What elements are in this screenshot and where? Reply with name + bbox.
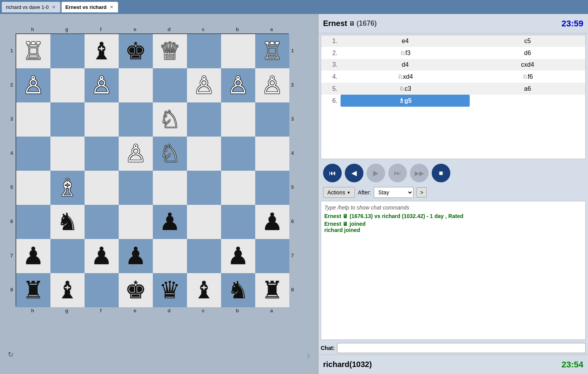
cell-d1[interactable]: ♕	[153, 34, 187, 68]
coord-top-d: d	[152, 26, 186, 32]
after-go-button[interactable]: >	[417, 187, 427, 197]
cell-c5[interactable]	[187, 171, 221, 205]
cell-c7[interactable]	[187, 239, 221, 273]
stop-button[interactable]: ■	[432, 164, 450, 182]
cell-g7[interactable]	[50, 239, 85, 273]
move-white-3[interactable]: d4	[341, 59, 470, 71]
cell-f2[interactable]: ♙	[85, 68, 119, 102]
cell-b2[interactable]: ♙	[221, 68, 255, 102]
cell-e4[interactable]: ♙	[119, 137, 153, 171]
move-white-2[interactable]: ♘f3	[341, 47, 470, 59]
cell-h5[interactable]	[16, 171, 50, 205]
cell-b7[interactable]: ♟	[221, 239, 255, 273]
prev-move-button[interactable]: ◀	[345, 164, 363, 182]
cell-a5[interactable]	[255, 171, 289, 205]
refresh-icon[interactable]: ↻	[8, 350, 14, 359]
cell-h7[interactable]: ♟	[16, 239, 50, 273]
move-black-3[interactable]: cxd4	[470, 59, 585, 71]
cell-c4[interactable]	[187, 137, 221, 171]
first-move-button[interactable]: ⏮	[323, 164, 342, 182]
cell-d5[interactable]	[153, 171, 187, 205]
chat-area: Type /help to show chat commands Ernest …	[321, 201, 586, 340]
move-black-4[interactable]: ♘f6	[470, 71, 585, 83]
tab-close-1[interactable]: ✕	[51, 5, 56, 10]
coord-left-8: 8	[10, 272, 13, 306]
cell-e7[interactable]: ♟	[119, 239, 153, 273]
cell-a8[interactable]: ♜	[255, 273, 289, 307]
cell-b8[interactable]: ♞	[221, 273, 255, 307]
cell-c2[interactable]: ♙	[187, 68, 221, 102]
play-button[interactable]: ▶▶	[410, 164, 429, 182]
cell-h2[interactable]: ♙	[16, 68, 50, 102]
cell-b6[interactable]	[221, 205, 255, 239]
cell-f7[interactable]: ♟	[85, 239, 119, 273]
last-move-button[interactable]: ⏭	[388, 164, 407, 182]
move-black-5[interactable]: a6	[470, 83, 585, 95]
cell-d3[interactable]: ♘	[153, 102, 187, 137]
cell-f5[interactable]	[85, 171, 119, 205]
cell-f8[interactable]	[85, 273, 119, 307]
next-move-button[interactable]: ▶	[367, 164, 385, 182]
cell-h1[interactable]: ♖	[16, 34, 50, 68]
cell-e2[interactable]	[119, 68, 153, 102]
cell-g4[interactable]	[50, 137, 85, 171]
cell-h3[interactable]	[16, 102, 50, 137]
move-black-2[interactable]: d6	[470, 47, 585, 59]
cell-g3[interactable]	[50, 102, 85, 137]
cell-c6[interactable]	[187, 205, 221, 239]
cell-e1[interactable]: ♚	[119, 34, 153, 68]
cell-d8[interactable]: ♛	[153, 273, 187, 307]
cell-e8[interactable]: ♚	[119, 273, 153, 307]
cell-f6[interactable]	[85, 205, 119, 239]
cell-b1[interactable]	[221, 34, 255, 68]
cell-g6[interactable]: ♞	[50, 205, 85, 239]
cell-g8[interactable]: ♝	[50, 273, 85, 307]
actions-button[interactable]: Actions ▼	[323, 187, 355, 198]
cell-c3[interactable]	[187, 102, 221, 137]
cell-h6[interactable]	[16, 205, 50, 239]
tab-ernest-richard[interactable]: Ernest vs richard ✕	[61, 2, 118, 12]
coord-bottom-c: c	[186, 308, 220, 313]
cell-d7[interactable]	[153, 239, 187, 273]
move-white-1[interactable]: e4	[341, 35, 470, 47]
cell-e3[interactable]	[119, 102, 153, 137]
piece-g5: ♗	[57, 176, 78, 200]
cell-a3[interactable]	[255, 102, 289, 137]
cell-e6[interactable]	[119, 205, 153, 239]
cell-d6[interactable]: ♟	[153, 205, 187, 239]
cell-a1[interactable]: ♖	[255, 34, 289, 68]
cell-a7[interactable]	[255, 239, 289, 273]
cell-c8[interactable]: ♝	[187, 273, 221, 307]
actions-label: Actions	[327, 189, 345, 196]
tab-richard-dave[interactable]: richard vs dave 1-0 ✕	[2, 2, 61, 12]
cell-f1[interactable]: ♝	[85, 34, 119, 68]
cell-g1[interactable]	[50, 34, 85, 68]
coord-right: 1 2 3 4 5 6 7 8	[289, 33, 296, 306]
move-white-5[interactable]: ♘c3	[341, 83, 470, 95]
chat-input[interactable]	[337, 343, 586, 353]
cell-h4[interactable]	[16, 137, 50, 171]
cell-a2[interactable]: ♙	[255, 68, 289, 102]
cell-d2[interactable]	[153, 68, 187, 102]
playback-controls: ⏮ ◀ ▶ ⏭ ▶▶ ■	[318, 161, 588, 185]
cell-g2[interactable]	[50, 68, 85, 102]
cell-b5[interactable]	[221, 171, 255, 205]
after-select[interactable]: Stay Next game Wait	[374, 187, 413, 198]
chess-board[interactable]: ♖♝♚♕♖♙♙♙♙♙♘♙♘♗♞♟♟♟♟♟♟♜♝♚♛♝♞♜	[16, 33, 289, 306]
move-white-4[interactable]: ♘xd4	[341, 71, 470, 83]
cell-f3[interactable]	[85, 102, 119, 137]
cell-h8[interactable]: ♜	[16, 273, 50, 307]
move-white-6[interactable]: ♗g5	[341, 95, 470, 107]
tab-close-2[interactable]: ✕	[109, 5, 114, 10]
cell-b4[interactable]	[221, 137, 255, 171]
cell-a4[interactable]	[255, 137, 289, 171]
move-black-1[interactable]: c5	[470, 35, 585, 47]
cell-g5[interactable]: ♗	[50, 171, 85, 205]
cell-e5[interactable]	[119, 171, 153, 205]
cell-d4[interactable]: ♘	[153, 137, 187, 171]
cell-b3[interactable]	[221, 102, 255, 137]
cell-c1[interactable]	[187, 34, 221, 68]
cell-a6[interactable]: ♟	[255, 205, 289, 239]
resize-handle[interactable]: ⣿	[307, 352, 310, 359]
cell-f4[interactable]	[85, 137, 119, 171]
